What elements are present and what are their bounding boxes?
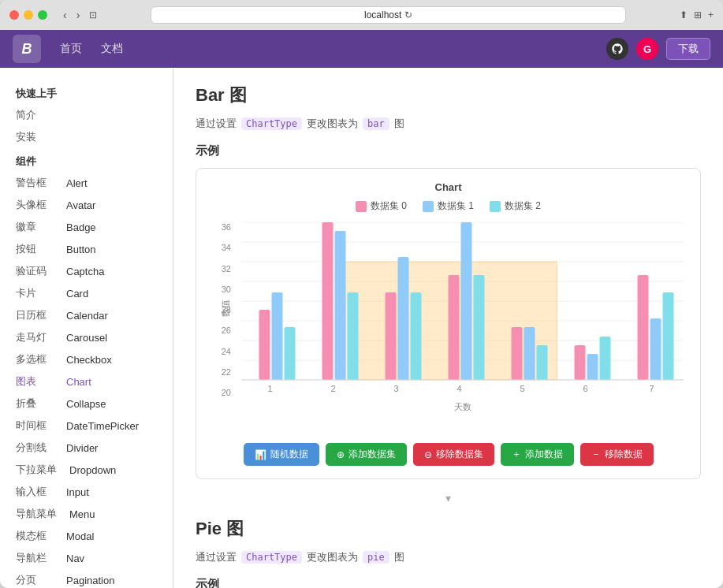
- desc-code2: bar: [363, 117, 389, 130]
- sidebar-divider-en: Divider: [66, 442, 98, 454]
- svg-text:2: 2: [330, 384, 335, 393]
- sidebar-avatar-zh: 头像框: [16, 198, 54, 212]
- sidebar-intro-zh: 简介: [16, 108, 54, 122]
- sidebar-carousel-en: Carousel: [66, 332, 107, 344]
- add-data-icon: ＋: [512, 448, 521, 461]
- sidebar-menu-zh: 导航菜单: [16, 507, 57, 521]
- sidebar-item-captcha[interactable]: 验证码 Captcha: [0, 260, 173, 282]
- random-data-button[interactable]: 📊 随机数据: [244, 443, 319, 466]
- add-data-button[interactable]: ＋ 添加数据: [501, 443, 574, 466]
- sidebar-item-badge[interactable]: 徽章 Badge: [0, 216, 173, 238]
- svg-rect-19: [449, 275, 460, 380]
- sidebar-menu-en: Menu: [69, 508, 95, 520]
- chart-plot-area: 1 2 3 4 5 6 7 数值: [237, 222, 688, 398]
- sidebar-item-checkbox[interactable]: 多选框 Checkbox: [0, 348, 173, 370]
- sidebar-item-divider[interactable]: 分割线 Divider: [0, 437, 173, 459]
- sidebar-item-intro[interactable]: 简介: [0, 104, 173, 126]
- bar-section-title: Bar 图: [196, 84, 701, 107]
- y-label-24: 24: [222, 347, 231, 356]
- sidebar-item-avatar[interactable]: 头像框 Avatar: [0, 194, 173, 216]
- sidebar: 快速上手 简介 安装 组件 警告框 Alert 头像框 Avatar 徽章 Ba…: [0, 68, 173, 588]
- sidebar-item-button[interactable]: 按钮 Button: [0, 238, 173, 260]
- bar-chart-container: Chart 数据集 0 数据集 1 数据集 2: [196, 168, 701, 479]
- pie-desc-post: 图: [394, 550, 404, 564]
- main-layout: 快速上手 简介 安装 组件 警告框 Alert 头像框 Avatar 徽章 Ba…: [0, 68, 723, 588]
- sidebar-alert-en: Alert: [66, 177, 88, 189]
- svg-rect-10: [259, 310, 270, 380]
- legend-label-0: 数据集 0: [371, 199, 407, 213]
- svg-rect-21: [474, 275, 485, 380]
- legend-dot-0: [356, 201, 367, 212]
- sidebar-calendar-zh: 日历框: [16, 308, 54, 322]
- sidebar-button-zh: 按钮: [16, 242, 54, 256]
- address-bar[interactable]: localhost ↻: [151, 6, 626, 24]
- sidebar-item-calendar[interactable]: 日历框 Calendar: [0, 304, 173, 326]
- chart-actions: 📊 随机数据 ⊕ 添加数据集 ⊖ 移除数据集 ＋ 添加数据: [209, 443, 688, 466]
- sidebar-item-datetimepicker[interactable]: 时间框 DateTimePicker: [0, 415, 173, 437]
- y-label-32: 32: [222, 264, 231, 274]
- reload-icon[interactable]: ↻: [404, 9, 412, 20]
- svg-rect-22: [512, 327, 523, 380]
- window-view-button[interactable]: ⊡: [89, 9, 97, 20]
- sidebar-item-input[interactable]: 输入框 Input: [0, 481, 173, 503]
- collapse-arrow[interactable]: ▾: [196, 492, 701, 504]
- new-tab-button[interactable]: ⊞: [694, 9, 702, 20]
- sidebar-item-collapse[interactable]: 折叠 Collapse: [0, 393, 173, 415]
- forward-button[interactable]: ›: [73, 7, 84, 23]
- svg-rect-17: [398, 257, 409, 380]
- svg-rect-18: [411, 292, 422, 380]
- sidebar-item-dropdown[interactable]: 下拉菜单 Dropdown: [0, 459, 173, 481]
- sidebar-item-pagination[interactable]: 分页 Pagination: [0, 569, 173, 588]
- sidebar-item-carousel[interactable]: 走马灯 Carousel: [0, 326, 173, 348]
- sidebar-item-card[interactable]: 卡片 Card: [0, 282, 173, 304]
- remove-data-button[interactable]: － 移除数据: [580, 443, 654, 466]
- sidebar-nav-zh: 导航栏: [16, 551, 54, 565]
- sidebar-alert-zh: 警告框: [16, 176, 54, 190]
- sidebar-collapse-zh: 折叠: [16, 396, 54, 411]
- legend-item-2: 数据集 2: [490, 199, 541, 213]
- sidebar-modal-en: Modal: [66, 530, 94, 542]
- nav-home[interactable]: 首页: [60, 42, 82, 56]
- sidebar-item-modal[interactable]: 模态框 Modal: [0, 525, 173, 547]
- desc-code1: ChartType: [241, 117, 302, 130]
- close-button[interactable]: [9, 10, 19, 20]
- bar-chart-svg: 1 2 3 4 5 6 7: [237, 222, 688, 396]
- sidebar-divider-zh: 分割线: [16, 441, 54, 455]
- remove-dataset-button[interactable]: ⊖ 移除数据集: [413, 443, 494, 466]
- y-label-30: 30: [222, 285, 231, 294]
- add-dataset-button[interactable]: ⊕ 添加数据集: [326, 443, 407, 466]
- legend-item-0: 数据集 0: [356, 199, 407, 213]
- add-tab-button[interactable]: +: [708, 9, 714, 20]
- maximize-button[interactable]: [38, 10, 47, 20]
- sidebar-calendar-en: Calendar: [66, 310, 108, 322]
- svg-rect-13: [322, 222, 334, 380]
- sidebar-item-chart[interactable]: 图表 Chart: [0, 370, 173, 393]
- back-button[interactable]: ‹: [60, 7, 70, 23]
- chart-icon: 📊: [255, 449, 266, 460]
- social-icon[interactable]: G: [636, 38, 658, 60]
- svg-rect-23: [524, 327, 535, 380]
- brand-logo[interactable]: B: [13, 35, 41, 63]
- sidebar-item-menu[interactable]: 导航菜单 Menu: [0, 503, 173, 525]
- sidebar-item-nav[interactable]: 导航栏 Nav: [0, 547, 173, 569]
- nav-docs[interactable]: 文档: [101, 42, 123, 56]
- sidebar-captcha-en: Captcha: [66, 266, 104, 277]
- pie-desc-code2: pie: [363, 551, 389, 564]
- sidebar-carousel-zh: 走马灯: [16, 330, 54, 344]
- components-title: 组件: [0, 148, 173, 172]
- pie-section-title: Pie 图: [196, 517, 701, 541]
- pie-desc-code1: ChartType: [241, 551, 302, 564]
- svg-text:6: 6: [583, 384, 587, 393]
- sidebar-avatar-en: Avatar: [66, 199, 95, 211]
- sidebar-modal-zh: 模态框: [16, 529, 54, 543]
- sidebar-button-en: Button: [66, 244, 96, 255]
- minimize-button[interactable]: [24, 10, 33, 20]
- download-button[interactable]: 下载: [666, 38, 710, 60]
- sidebar-item-alert[interactable]: 警告框 Alert: [0, 172, 173, 194]
- sidebar-item-install[interactable]: 安装: [0, 126, 173, 148]
- svg-rect-25: [575, 345, 586, 380]
- share-button[interactable]: ⬆: [680, 9, 688, 20]
- y-label-34: 34: [222, 243, 231, 252]
- sidebar-input-zh: 输入框: [16, 485, 54, 499]
- github-icon[interactable]: [606, 38, 628, 60]
